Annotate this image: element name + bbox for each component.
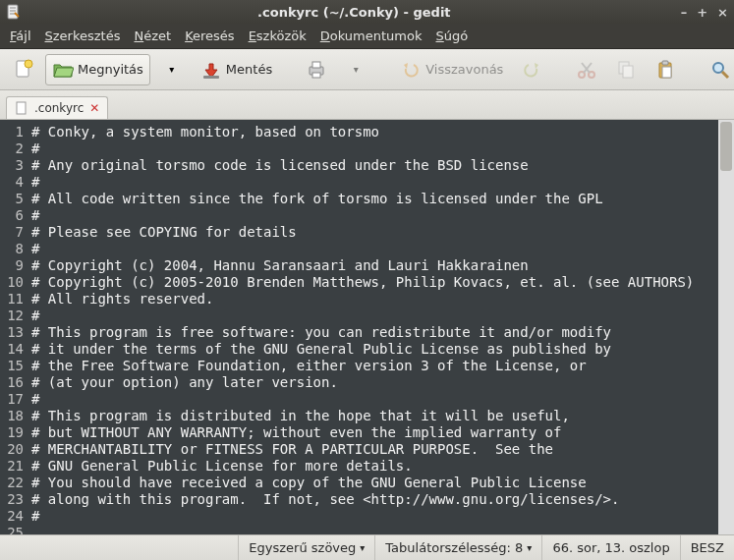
paste-icon — [654, 59, 676, 81]
cut-icon — [576, 59, 597, 81]
cut-button — [569, 54, 604, 85]
chevron-down-icon: ▾ — [527, 542, 532, 553]
highlight-mode-label: Egyszerű szöveg — [249, 540, 356, 555]
undo-button: Visszavonás — [393, 54, 510, 85]
tab-width-label: Tabulátorszélesség: 8 — [385, 540, 523, 555]
undo-label: Visszavonás — [425, 62, 503, 77]
search-icon — [709, 59, 731, 81]
cursor-position-label: 66. sor, 13. oszlop — [552, 540, 669, 555]
menu-tools[interactable]: Eszközök — [249, 28, 307, 43]
editor-area: 1 2 3 4 5 6 7 8 9 10 11 12 13 14 15 16 1… — [0, 120, 734, 534]
print-dropdown-button: ▾ — [338, 54, 373, 85]
find-button[interactable] — [703, 54, 734, 85]
highlight-mode-selector[interactable]: Egyszerű szöveg ▾ — [238, 535, 374, 560]
svg-point-19 — [713, 63, 723, 73]
undo-icon — [400, 59, 422, 81]
close-tab-button[interactable]: ✕ — [89, 101, 99, 115]
copy-icon — [615, 59, 637, 81]
window-title: .conkyrc (~/.Conky) - gedit — [28, 5, 681, 20]
code-editor[interactable]: # Conky, a system monitor, based on tors… — [28, 120, 718, 534]
insert-mode-label: BESZ — [691, 540, 724, 555]
tab-width-selector[interactable]: Tabulátorszélesség: 8 ▾ — [374, 535, 541, 560]
save-button[interactable]: Mentés — [194, 54, 279, 85]
titlebar: .conkyrc (~/.Conky) - gedit – + × — [0, 0, 734, 24]
menu-file[interactable]: Fájl — [10, 28, 31, 43]
svg-rect-6 — [203, 76, 219, 79]
line-number-gutter: 1 2 3 4 5 6 7 8 9 10 11 12 13 14 15 16 1… — [0, 120, 28, 534]
open-label: Megnyitás — [78, 62, 143, 77]
scrollbar-thumb[interactable] — [720, 122, 732, 171]
menu-edit[interactable]: Szerkesztés — [45, 28, 121, 43]
svg-line-20 — [722, 72, 728, 78]
svg-rect-18 — [662, 67, 671, 78]
open-dropdown-button[interactable]: ▾ — [154, 54, 190, 85]
svg-point-5 — [25, 60, 32, 68]
paste-button[interactable] — [648, 54, 683, 85]
tab-bar: .conkyrc ✕ — [0, 90, 734, 120]
copy-button — [608, 54, 644, 85]
statusbar: Egyszerű szöveg ▾ Tabulátorszélesség: 8 … — [0, 534, 734, 560]
vertical-scrollbar[interactable] — [718, 120, 734, 534]
chevron-down-icon: ▾ — [360, 542, 365, 553]
minimize-button[interactable]: – — [681, 5, 688, 20]
print-icon — [306, 59, 327, 81]
print-button[interactable] — [299, 54, 334, 85]
svg-rect-24 — [17, 102, 26, 114]
maximize-button[interactable]: + — [697, 5, 707, 20]
menu-view[interactable]: Nézet — [134, 28, 171, 43]
save-icon — [200, 59, 222, 81]
tab-label: .conkyrc — [34, 101, 84, 115]
svg-rect-9 — [312, 73, 320, 78]
svg-rect-8 — [312, 62, 320, 68]
svg-rect-17 — [662, 61, 668, 65]
chevron-down-icon: ▾ — [345, 59, 367, 81]
cursor-position: 66. sor, 13. oszlop — [541, 535, 679, 560]
chevron-down-icon: ▾ — [161, 59, 183, 81]
folder-open-icon — [52, 59, 74, 81]
menu-search[interactable]: Keresés — [185, 28, 235, 43]
menu-help[interactable]: Súgó — [436, 28, 469, 43]
close-button[interactable]: × — [717, 5, 728, 20]
svg-rect-15 — [623, 66, 633, 78]
menubar: Fájl Szerkesztés Nézet Keresés Eszközök … — [0, 24, 734, 49]
new-document-button[interactable] — [6, 54, 41, 85]
save-label: Mentés — [226, 62, 272, 77]
open-button[interactable]: Megnyitás — [45, 54, 150, 85]
document-tab[interactable]: .conkyrc ✕ — [6, 96, 108, 119]
insert-mode: BESZ — [680, 535, 734, 560]
redo-button — [514, 54, 549, 85]
redo-icon — [521, 59, 542, 81]
new-doc-icon — [13, 59, 34, 81]
svg-rect-0 — [8, 5, 18, 19]
status-spacer — [0, 535, 238, 560]
menu-documents[interactable]: Dokumentumok — [320, 28, 423, 43]
document-icon — [15, 101, 28, 115]
toolbar: Megnyitás ▾ Mentés ▾ Visszavonás — [0, 49, 734, 90]
app-icon — [6, 4, 22, 20]
